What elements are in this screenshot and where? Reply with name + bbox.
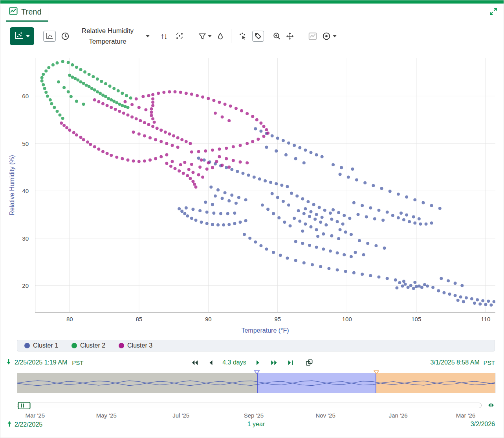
- legend-item-cluster-2[interactable]: Cluster 2: [71, 342, 105, 349]
- axis-signals-label[interactable]: Relative Humidity Temperature: [76, 26, 139, 47]
- trend-chart-icon: [9, 7, 18, 17]
- swap-axes-button[interactable]: ↑↓: [160, 31, 167, 41]
- y-tick-label: 50: [22, 140, 29, 147]
- y-tick-label: 40: [22, 188, 29, 194]
- timeline-tick-label: Mar '25: [26, 412, 45, 419]
- step-to-end-button[interactable]: [288, 360, 294, 366]
- pan-button[interactable]: [286, 32, 294, 40]
- select-points-button[interactable]: [238, 32, 247, 40]
- x-tick-label: 90: [205, 316, 212, 322]
- cluster-3-swatch-icon: [119, 343, 124, 348]
- range-start-arrow-icon: [6, 359, 11, 366]
- filter-button[interactable]: [198, 33, 212, 40]
- filter-chevron-icon: [208, 35, 212, 37]
- scatter-plot-menu-button[interactable]: [10, 27, 34, 45]
- toolbar-divider: [191, 29, 191, 43]
- tab-label: Trend: [21, 7, 42, 17]
- capture-button[interactable]: [322, 32, 337, 40]
- capsule-range-row: 2/22/2025 1 year 3/2/2026: [0, 421, 504, 430]
- range-slider: [17, 401, 495, 410]
- legend-item-cluster-1[interactable]: Cluster 1: [24, 342, 58, 349]
- display-range-start[interactable]: 2/25/2025 1:19 AM: [15, 359, 67, 366]
- investigate-range-arrow-icon: [7, 421, 12, 429]
- expand-range-icon[interactable]: [487, 402, 495, 410]
- step-forward-full-button[interactable]: [270, 360, 278, 366]
- legend: Cluster 1 Cluster 2 Cluster 3: [17, 340, 495, 352]
- clock-button[interactable]: [61, 32, 70, 40]
- y-tick-label: 60: [22, 93, 29, 99]
- slider-handle[interactable]: [18, 401, 31, 411]
- start-timezone-label: PST: [72, 359, 83, 366]
- expand-icon[interactable]: [489, 7, 497, 17]
- scatter-chart: Relative Humidity (%) 2030405060 8085909…: [0, 51, 504, 337]
- y-tick-label: 30: [22, 235, 29, 241]
- x-tick-label: 80: [66, 316, 73, 322]
- zoom-in-button[interactable]: [273, 32, 281, 40]
- legend-label: Cluster 3: [127, 342, 152, 349]
- step-forward-half-button[interactable]: [256, 360, 261, 366]
- labels-button[interactable]: [252, 31, 264, 42]
- trend-app: Trend Relative Humidity Temperature ↑↓: [0, 0, 504, 438]
- timeline-tick-label: Nov '25: [315, 412, 335, 419]
- timeline-tick-label: May '25: [96, 412, 117, 419]
- tab-trend[interactable]: Trend: [6, 4, 48, 22]
- timeline-tick-label: Mar '26: [456, 412, 476, 419]
- x-tick-label: 85: [136, 316, 142, 322]
- legend-label: Cluster 1: [33, 342, 58, 349]
- duration-label[interactable]: 4.3 days: [222, 359, 246, 366]
- cluster-1-swatch-icon: [24, 343, 30, 348]
- x-axis-ticks: 80859095100105110: [35, 316, 495, 324]
- step-back-full-button[interactable]: [191, 360, 198, 366]
- slider-track[interactable]: [17, 403, 482, 408]
- density-button[interactable]: [217, 33, 224, 40]
- timeline-overview[interactable]: [17, 373, 495, 393]
- chevron-down-icon: [26, 35, 30, 37]
- legend-label: Cluster 2: [80, 342, 105, 349]
- x-tick-label: 105: [411, 316, 421, 322]
- timeline-boundary-marker-icon[interactable]: [254, 369, 260, 376]
- y-axis-ticks: 2030405060: [0, 58, 32, 313]
- display-range-end[interactable]: 3/1/2025 8:58 AM: [430, 359, 479, 366]
- timeline-tick-label: Sep '25: [244, 412, 264, 419]
- time-navigation: 2/25/2025 1:19 AM PST 4.3 days: [0, 356, 504, 369]
- x-signal-label: Temperature: [89, 36, 126, 47]
- timeline-boundary-marker-icon[interactable]: [374, 369, 379, 376]
- timeline-axis: Mar '25May '25Jul '25Sep '25Nov '25Jan '…: [17, 412, 495, 420]
- timeline-tick-label: Jan '26: [389, 412, 408, 419]
- colorize-points-button[interactable]: [175, 32, 184, 40]
- toolbar-divider: [301, 29, 301, 43]
- x-axis-title: Temperature (°F): [35, 327, 495, 334]
- investigate-range-duration[interactable]: 1 year: [247, 421, 265, 427]
- x-tick-label: 95: [274, 316, 281, 322]
- plot-area[interactable]: [35, 58, 495, 313]
- scatter-plot-icon: [14, 31, 24, 41]
- capture-chevron-icon: [333, 35, 337, 37]
- y-signal-label: Relative Humidity: [82, 26, 134, 36]
- toolbar-divider: [231, 29, 231, 43]
- step-back-half-button[interactable]: [208, 360, 213, 366]
- timeline-tick-label: Jul '25: [172, 412, 189, 419]
- signals-dropdown-chevron[interactable]: [146, 35, 150, 37]
- cluster-2-swatch-icon: [71, 343, 77, 348]
- brand-strip: [0, 0, 504, 4]
- timeline-preview-lines: [17, 373, 495, 393]
- toolbar: Relative Humidity Temperature ↑↓: [0, 22, 504, 51]
- x-tick-label: 100: [342, 316, 352, 322]
- end-timezone-label: PST: [484, 359, 495, 366]
- y-tick-label: 20: [22, 282, 29, 289]
- copy-time-range-button[interactable]: [306, 359, 313, 366]
- investigate-range-end[interactable]: 3/2/2026: [471, 421, 495, 427]
- header: Trend: [0, 4, 504, 22]
- legend-item-cluster-3[interactable]: Cluster 3: [119, 342, 152, 349]
- export-chart-button: [308, 32, 317, 40]
- mini-scatter-button[interactable]: [43, 31, 56, 42]
- x-tick-label: 110: [481, 316, 490, 322]
